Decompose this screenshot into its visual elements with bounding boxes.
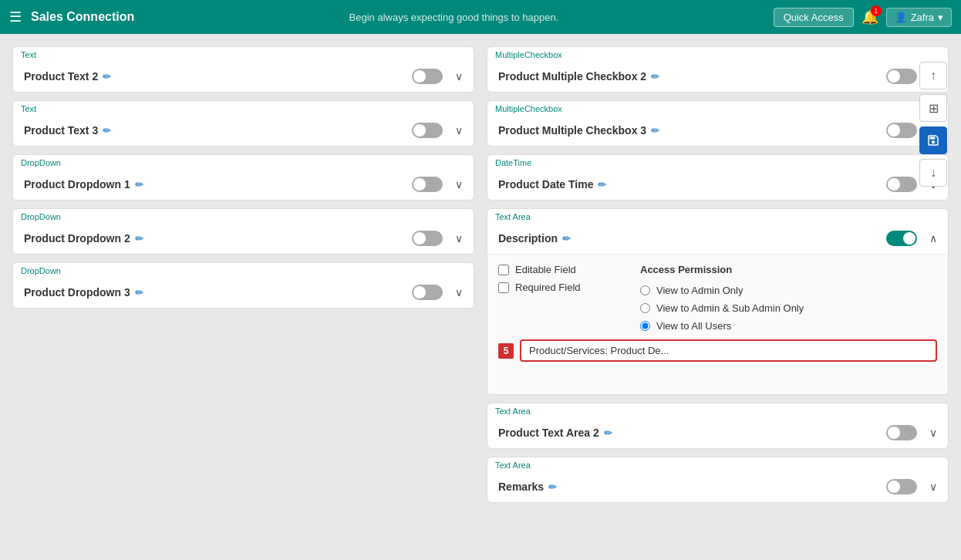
card-field-name: Product Dropdown 3 ✏ (24, 286, 406, 299)
card-product-dropdown-3: DropDown Product Dropdown 3 ✏ ∨ (12, 262, 474, 309)
radio-admin-only[interactable]: View to Admin Only (640, 285, 937, 296)
toggle-multiple-checkbox-2[interactable] (886, 69, 917, 84)
save-button[interactable] (919, 127, 947, 154)
card-product-dropdown-2: DropDown Product Dropdown 2 ✏ ∨ (12, 208, 474, 255)
chevron-down-icon[interactable]: ∨ (929, 481, 937, 493)
card-type-label: MultipleCheckbox (487, 47, 948, 61)
edit-icon[interactable]: ✏ (135, 287, 143, 299)
chevron-down-icon[interactable]: ∨ (455, 124, 463, 137)
radio-all-users[interactable]: View to All Users (640, 320, 937, 332)
user-icon: 👤 (895, 12, 907, 23)
edit-icon[interactable]: ✏ (135, 179, 143, 191)
linked-badge: 5 (498, 343, 514, 359)
radio-admin-subadmin-input[interactable] (640, 303, 650, 313)
chevron-down-icon[interactable]: ∨ (455, 70, 463, 83)
edit-icon[interactable]: ✏ (562, 233, 571, 245)
card-type-label: Text Area (487, 403, 948, 417)
toggle-product-text-area-2[interactable] (886, 425, 917, 440)
card-field-name: Product Text Area 2 ✏ (498, 427, 880, 439)
card-product-text-3: Text Product Text 3 ✏ ∨ (12, 100, 474, 147)
header-right: Quick Access 🔔 1 👤 Zafra ▾ (774, 8, 952, 27)
chevron-up-icon[interactable]: ∧ (929, 232, 937, 245)
card-type-label: DateTime (487, 155, 948, 169)
radio-admin-only-input[interactable] (640, 285, 650, 295)
toggle-product-dropdown-1[interactable] (412, 177, 443, 192)
card-product-text-area-2: Text Area Product Text Area 2 ✏ ∨ (487, 403, 949, 449)
user-label: Zafra (911, 12, 934, 23)
quick-access-button[interactable]: Quick Access (774, 8, 854, 27)
radio-all-users-label: View to All Users (656, 320, 731, 332)
bell-icon[interactable]: 🔔 1 (862, 8, 878, 25)
card-body: Description ✏ ∧ (487, 223, 948, 255)
card-type-label: Text Area (487, 209, 948, 223)
card-body: Remarks ✏ ∨ (487, 471, 948, 502)
required-field-checkbox[interactable]: Required Field (498, 282, 622, 293)
required-field-input[interactable] (498, 282, 509, 293)
chevron-down-icon[interactable]: ∨ (455, 232, 463, 245)
chevron-down-icon[interactable]: ∨ (455, 286, 463, 299)
menu-icon[interactable]: ☰ (9, 8, 22, 25)
card-body: Product Dropdown 3 ✏ ∨ (13, 277, 474, 308)
card-body: Product Dropdown 2 ✏ ∨ (13, 223, 474, 254)
card-field-name: Description ✏ (498, 232, 880, 245)
radio-all-users-input[interactable] (640, 321, 650, 331)
card-body: Product Text 2 ✏ ∨ (13, 61, 474, 92)
edit-icon[interactable]: ✏ (651, 71, 659, 83)
toggle-product-dropdown-3[interactable] (412, 285, 443, 300)
card-body: Product Multiple Checkbox 2 ✏ ∨ (487, 61, 948, 92)
editable-field-checkbox[interactable]: Editable Field (498, 264, 622, 275)
user-menu-button[interactable]: 👤 Zafra ▾ (886, 8, 952, 27)
edit-icon[interactable]: ✏ (103, 125, 111, 137)
card-type-label: MultipleCheckbox (487, 101, 948, 115)
expand-row: Editable Field Required Field Access Per… (498, 264, 937, 332)
card-type-label: DropDown (13, 209, 474, 223)
card-product-date-time: DateTime Product Date Time ✏ ∨ (487, 154, 949, 201)
edit-icon[interactable]: ✏ (651, 125, 659, 137)
card-field-name: Product Multiple Checkbox 3 ✏ (498, 124, 880, 137)
edit-icon[interactable]: ✏ (548, 481, 557, 493)
chevron-down-icon[interactable]: ∨ (929, 427, 937, 439)
monitor-button[interactable]: ⊞ (919, 94, 947, 122)
edit-icon[interactable]: ✏ (135, 233, 143, 245)
linked-field-row: 5 Product/Services: Product De... (498, 339, 937, 362)
left-column: Text Product Text 2 ✏ ∨ Text Product Tex… (12, 46, 474, 548)
radio-admin-only-label: View to Admin Only (656, 285, 743, 296)
card-type-label: DropDown (13, 263, 474, 277)
card-field-name: Product Dropdown 1 ✏ (24, 178, 406, 191)
checkbox-group: Editable Field Required Field (498, 264, 622, 332)
scroll-down-button[interactable]: ↓ (919, 159, 947, 187)
app-title: Sales Connection (31, 10, 134, 24)
card-field-name: Remarks ✏ (498, 481, 880, 493)
required-field-label: Required Field (515, 282, 581, 293)
edit-icon[interactable]: ✏ (103, 71, 111, 83)
edit-icon[interactable]: ✏ (598, 179, 606, 191)
toggle-product-date-time[interactable] (886, 177, 917, 192)
card-type-label: DropDown (13, 155, 474, 169)
card-field-name: Product Text 2 ✏ (24, 70, 406, 83)
toggle-description[interactable] (886, 231, 917, 246)
chevron-down-icon[interactable]: ∨ (455, 178, 463, 191)
card-type-label: Text (13, 101, 474, 115)
card-description: Text Area Description ✏ ∧ Editable Field (487, 208, 949, 395)
card-body: Product Text Area 2 ✏ ∨ (487, 417, 948, 448)
card-multiple-checkbox-3: MultipleCheckbox Product Multiple Checkb… (487, 100, 949, 147)
scroll-up-button[interactable]: ↑ (919, 62, 947, 89)
app-header: ☰ Sales Connection Begin always expectin… (0, 0, 961, 34)
toggle-product-dropdown-2[interactable] (412, 231, 443, 246)
toggle-multiple-checkbox-3[interactable] (886, 123, 917, 138)
card-body: Product Text 3 ✏ ∨ (13, 115, 474, 146)
card-remarks: Text Area Remarks ✏ ∨ (487, 457, 949, 503)
card-field-name: Product Multiple Checkbox 2 ✏ (498, 70, 880, 83)
card-product-dropdown-1: DropDown Product Dropdown 1 ✏ ∨ (12, 154, 474, 201)
edit-icon[interactable]: ✏ (604, 427, 612, 439)
editable-field-input[interactable] (498, 265, 509, 275)
main-content: Text Product Text 2 ✏ ∨ Text Product Tex… (0, 34, 961, 560)
card-field-name: Product Text 3 ✏ (24, 124, 406, 137)
radio-admin-subadmin[interactable]: View to Admin & Sub Admin Only (640, 302, 937, 314)
toggle-remarks[interactable] (886, 479, 917, 494)
save-icon (926, 133, 940, 147)
toggle-product-text-3[interactable] (412, 123, 443, 138)
toggle-product-text-2[interactable] (412, 69, 443, 84)
side-panel: ↑ ⊞ ↓ (918, 46, 949, 187)
card-field-name: Product Dropdown 2 ✏ (24, 232, 406, 245)
